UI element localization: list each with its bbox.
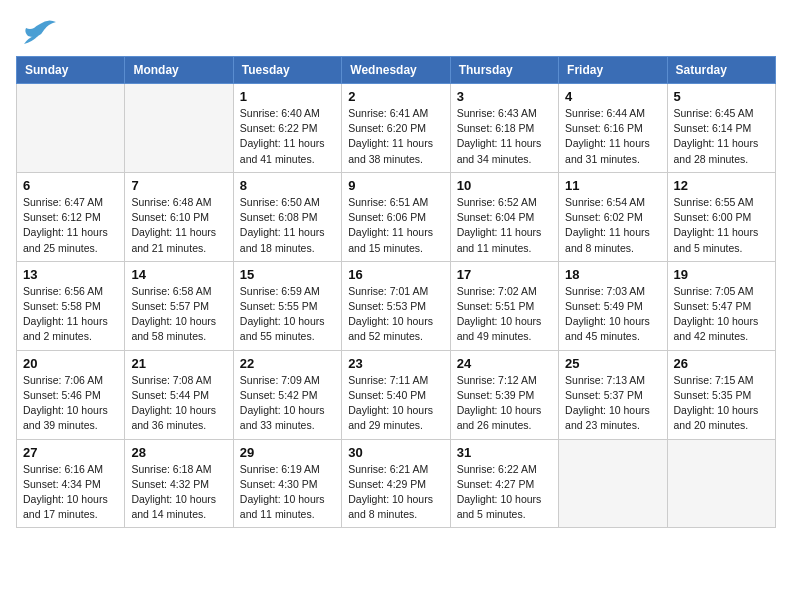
day-number: 17 [457, 267, 552, 282]
day-number: 13 [23, 267, 118, 282]
day-info: Sunrise: 6:52 AMSunset: 6:04 PMDaylight:… [457, 195, 552, 256]
calendar-cell: 14Sunrise: 6:58 AMSunset: 5:57 PMDayligh… [125, 261, 233, 350]
day-info: Sunrise: 7:15 AMSunset: 5:35 PMDaylight:… [674, 373, 769, 434]
day-info: Sunrise: 7:12 AMSunset: 5:39 PMDaylight:… [457, 373, 552, 434]
calendar-cell: 7Sunrise: 6:48 AMSunset: 6:10 PMDaylight… [125, 172, 233, 261]
calendar-cell: 20Sunrise: 7:06 AMSunset: 5:46 PMDayligh… [17, 350, 125, 439]
calendar-cell: 10Sunrise: 6:52 AMSunset: 6:04 PMDayligh… [450, 172, 558, 261]
day-info: Sunrise: 6:58 AMSunset: 5:57 PMDaylight:… [131, 284, 226, 345]
day-number: 9 [348, 178, 443, 193]
day-info: Sunrise: 7:06 AMSunset: 5:46 PMDaylight:… [23, 373, 118, 434]
day-number: 6 [23, 178, 118, 193]
day-info: Sunrise: 6:22 AMSunset: 4:27 PMDaylight:… [457, 462, 552, 523]
calendar-cell: 22Sunrise: 7:09 AMSunset: 5:42 PMDayligh… [233, 350, 341, 439]
calendar-cell: 8Sunrise: 6:50 AMSunset: 6:08 PMDaylight… [233, 172, 341, 261]
calendar-cell: 4Sunrise: 6:44 AMSunset: 6:16 PMDaylight… [559, 84, 667, 173]
day-info: Sunrise: 6:51 AMSunset: 6:06 PMDaylight:… [348, 195, 443, 256]
day-info: Sunrise: 7:09 AMSunset: 5:42 PMDaylight:… [240, 373, 335, 434]
day-info: Sunrise: 7:03 AMSunset: 5:49 PMDaylight:… [565, 284, 660, 345]
day-info: Sunrise: 7:13 AMSunset: 5:37 PMDaylight:… [565, 373, 660, 434]
day-info: Sunrise: 7:01 AMSunset: 5:53 PMDaylight:… [348, 284, 443, 345]
day-info: Sunrise: 6:43 AMSunset: 6:18 PMDaylight:… [457, 106, 552, 167]
calendar-cell: 5Sunrise: 6:45 AMSunset: 6:14 PMDaylight… [667, 84, 775, 173]
calendar-cell: 31Sunrise: 6:22 AMSunset: 4:27 PMDayligh… [450, 439, 558, 528]
day-number: 28 [131, 445, 226, 460]
day-number: 7 [131, 178, 226, 193]
day-info: Sunrise: 6:16 AMSunset: 4:34 PMDaylight:… [23, 462, 118, 523]
day-number: 11 [565, 178, 660, 193]
day-number: 19 [674, 267, 769, 282]
calendar-cell: 26Sunrise: 7:15 AMSunset: 5:35 PMDayligh… [667, 350, 775, 439]
day-info: Sunrise: 7:08 AMSunset: 5:44 PMDaylight:… [131, 373, 226, 434]
calendar-table: SundayMondayTuesdayWednesdayThursdayFrid… [16, 56, 776, 528]
day-number: 14 [131, 267, 226, 282]
calendar-cell: 23Sunrise: 7:11 AMSunset: 5:40 PMDayligh… [342, 350, 450, 439]
day-info: Sunrise: 6:44 AMSunset: 6:16 PMDaylight:… [565, 106, 660, 167]
calendar-header-tuesday: Tuesday [233, 57, 341, 84]
week-row-5: 27Sunrise: 6:16 AMSunset: 4:34 PMDayligh… [17, 439, 776, 528]
week-row-3: 13Sunrise: 6:56 AMSunset: 5:58 PMDayligh… [17, 261, 776, 350]
day-number: 3 [457, 89, 552, 104]
day-info: Sunrise: 6:55 AMSunset: 6:00 PMDaylight:… [674, 195, 769, 256]
day-info: Sunrise: 6:19 AMSunset: 4:30 PMDaylight:… [240, 462, 335, 523]
calendar-cell [17, 84, 125, 173]
day-number: 29 [240, 445, 335, 460]
calendar-cell: 25Sunrise: 7:13 AMSunset: 5:37 PMDayligh… [559, 350, 667, 439]
calendar-cell: 29Sunrise: 6:19 AMSunset: 4:30 PMDayligh… [233, 439, 341, 528]
day-info: Sunrise: 6:54 AMSunset: 6:02 PMDaylight:… [565, 195, 660, 256]
day-number: 16 [348, 267, 443, 282]
page-header [16, 16, 776, 46]
day-number: 12 [674, 178, 769, 193]
calendar-header-thursday: Thursday [450, 57, 558, 84]
day-number: 24 [457, 356, 552, 371]
calendar-cell [667, 439, 775, 528]
calendar-cell: 6Sunrise: 6:47 AMSunset: 6:12 PMDaylight… [17, 172, 125, 261]
day-number: 8 [240, 178, 335, 193]
calendar-cell: 27Sunrise: 6:16 AMSunset: 4:34 PMDayligh… [17, 439, 125, 528]
day-info: Sunrise: 7:11 AMSunset: 5:40 PMDaylight:… [348, 373, 443, 434]
day-number: 30 [348, 445, 443, 460]
calendar-cell: 17Sunrise: 7:02 AMSunset: 5:51 PMDayligh… [450, 261, 558, 350]
day-info: Sunrise: 6:21 AMSunset: 4:29 PMDaylight:… [348, 462, 443, 523]
week-row-4: 20Sunrise: 7:06 AMSunset: 5:46 PMDayligh… [17, 350, 776, 439]
calendar-cell: 2Sunrise: 6:41 AMSunset: 6:20 PMDaylight… [342, 84, 450, 173]
day-info: Sunrise: 6:41 AMSunset: 6:20 PMDaylight:… [348, 106, 443, 167]
day-number: 18 [565, 267, 660, 282]
calendar-cell: 3Sunrise: 6:43 AMSunset: 6:18 PMDaylight… [450, 84, 558, 173]
calendar-cell: 16Sunrise: 7:01 AMSunset: 5:53 PMDayligh… [342, 261, 450, 350]
calendar-header-wednesday: Wednesday [342, 57, 450, 84]
day-number: 23 [348, 356, 443, 371]
calendar-header-saturday: Saturday [667, 57, 775, 84]
calendar-cell: 18Sunrise: 7:03 AMSunset: 5:49 PMDayligh… [559, 261, 667, 350]
day-info: Sunrise: 6:47 AMSunset: 6:12 PMDaylight:… [23, 195, 118, 256]
day-info: Sunrise: 6:48 AMSunset: 6:10 PMDaylight:… [131, 195, 226, 256]
day-number: 2 [348, 89, 443, 104]
calendar-cell: 15Sunrise: 6:59 AMSunset: 5:55 PMDayligh… [233, 261, 341, 350]
day-number: 5 [674, 89, 769, 104]
day-info: Sunrise: 6:45 AMSunset: 6:14 PMDaylight:… [674, 106, 769, 167]
calendar-cell: 19Sunrise: 7:05 AMSunset: 5:47 PMDayligh… [667, 261, 775, 350]
day-number: 26 [674, 356, 769, 371]
day-number: 1 [240, 89, 335, 104]
calendar-cell: 11Sunrise: 6:54 AMSunset: 6:02 PMDayligh… [559, 172, 667, 261]
day-number: 27 [23, 445, 118, 460]
day-number: 4 [565, 89, 660, 104]
calendar-header-row: SundayMondayTuesdayWednesdayThursdayFrid… [17, 57, 776, 84]
week-row-1: 1Sunrise: 6:40 AMSunset: 6:22 PMDaylight… [17, 84, 776, 173]
day-number: 25 [565, 356, 660, 371]
calendar-header-monday: Monday [125, 57, 233, 84]
day-number: 15 [240, 267, 335, 282]
day-info: Sunrise: 6:50 AMSunset: 6:08 PMDaylight:… [240, 195, 335, 256]
calendar-cell: 1Sunrise: 6:40 AMSunset: 6:22 PMDaylight… [233, 84, 341, 173]
calendar-cell: 24Sunrise: 7:12 AMSunset: 5:39 PMDayligh… [450, 350, 558, 439]
calendar-cell [559, 439, 667, 528]
week-row-2: 6Sunrise: 6:47 AMSunset: 6:12 PMDaylight… [17, 172, 776, 261]
day-info: Sunrise: 6:40 AMSunset: 6:22 PMDaylight:… [240, 106, 335, 167]
logo-bird-icon [20, 16, 56, 46]
calendar-cell: 9Sunrise: 6:51 AMSunset: 6:06 PMDaylight… [342, 172, 450, 261]
calendar-cell: 30Sunrise: 6:21 AMSunset: 4:29 PMDayligh… [342, 439, 450, 528]
calendar-header-sunday: Sunday [17, 57, 125, 84]
logo [16, 16, 56, 46]
day-info: Sunrise: 7:02 AMSunset: 5:51 PMDaylight:… [457, 284, 552, 345]
calendar-cell: 21Sunrise: 7:08 AMSunset: 5:44 PMDayligh… [125, 350, 233, 439]
